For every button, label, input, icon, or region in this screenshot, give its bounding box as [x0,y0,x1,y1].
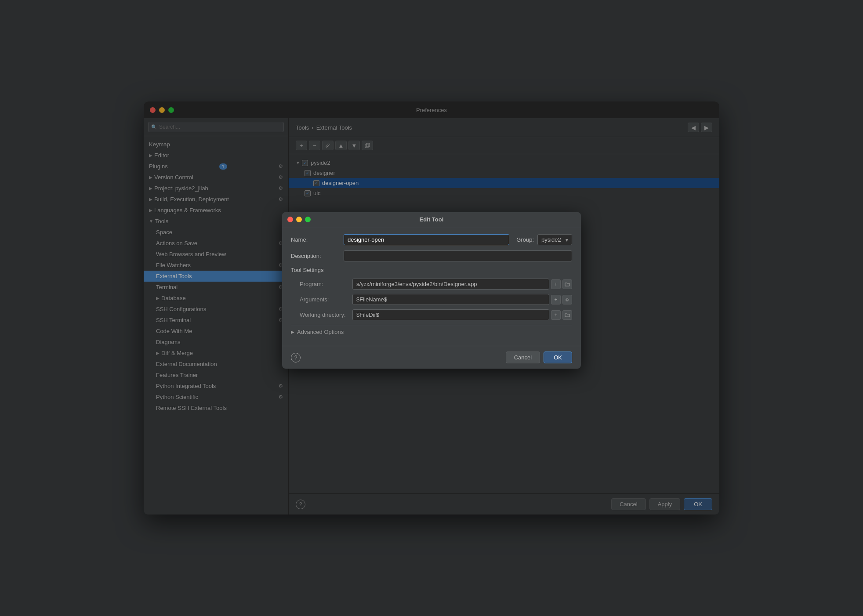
arguments-add-macro-button[interactable]: + [551,295,561,304]
folder-icon [565,313,570,317]
folder-icon [565,282,570,286]
dialog-maximize-button[interactable] [305,217,311,222]
name-group-row: Name: Group: pyside2 ▼ [291,234,572,245]
working-dir-input[interactable] [352,309,549,320]
group-select-wrapper: pyside2 ▼ [537,234,572,245]
dialog-traffic-lights [287,217,311,222]
advanced-arrow-icon: ▶ [291,330,294,334]
dialog-minimize-button[interactable] [296,217,302,222]
program-add-macro-button[interactable]: + [551,279,561,289]
description-label: Description: [291,253,344,259]
program-browse-button[interactable] [562,279,572,289]
working-dir-add-macro-button[interactable]: + [551,310,561,320]
arguments-expand-button[interactable] [562,295,572,304]
arguments-actions: + [551,295,572,304]
program-input[interactable] [352,279,549,290]
modal-overlay: Edit Tool Name: Group: pyside2 ▼ [0,0,863,616]
dialog-title-bar: Edit Tool [282,212,581,227]
group-select[interactable]: pyside2 [537,234,572,245]
dialog-footer: ? Cancel OK [282,346,581,369]
description-row: Description: [291,250,572,261]
group-label: Group: [516,236,534,243]
working-dir-label: Working directory: [291,312,352,318]
arguments-input[interactable] [352,294,549,305]
program-actions: + [551,279,572,289]
group-wrapper: Group: pyside2 ▼ [516,234,572,245]
description-input[interactable] [344,250,572,261]
name-label: Name: [291,236,344,243]
program-row: Program: + [291,279,572,290]
working-dir-row: Working directory: + [291,309,572,320]
dialog-close-button[interactable] [287,217,293,222]
advanced-options-row[interactable]: ▶ Advanced Options [291,325,572,339]
dialog-body: Name: Group: pyside2 ▼ Description: [282,227,581,346]
working-dir-browse-button[interactable] [562,310,572,320]
dialog-cancel-button[interactable]: Cancel [506,351,540,363]
program-label: Program: [291,281,352,287]
dialog-help-button[interactable]: ? [291,353,301,362]
arguments-label: Arguments: [291,296,352,303]
expand-icon [565,297,569,302]
tool-settings-title: Tool Settings [291,267,572,273]
edit-tool-dialog: Edit Tool Name: Group: pyside2 ▼ [282,212,581,369]
name-input[interactable] [344,234,509,245]
dialog-ok-button[interactable]: OK [544,351,572,363]
arguments-row: Arguments: + [291,294,572,305]
working-dir-actions: + [551,310,572,320]
advanced-label: Advanced Options [297,329,344,335]
dialog-title: Edit Tool [420,216,444,223]
